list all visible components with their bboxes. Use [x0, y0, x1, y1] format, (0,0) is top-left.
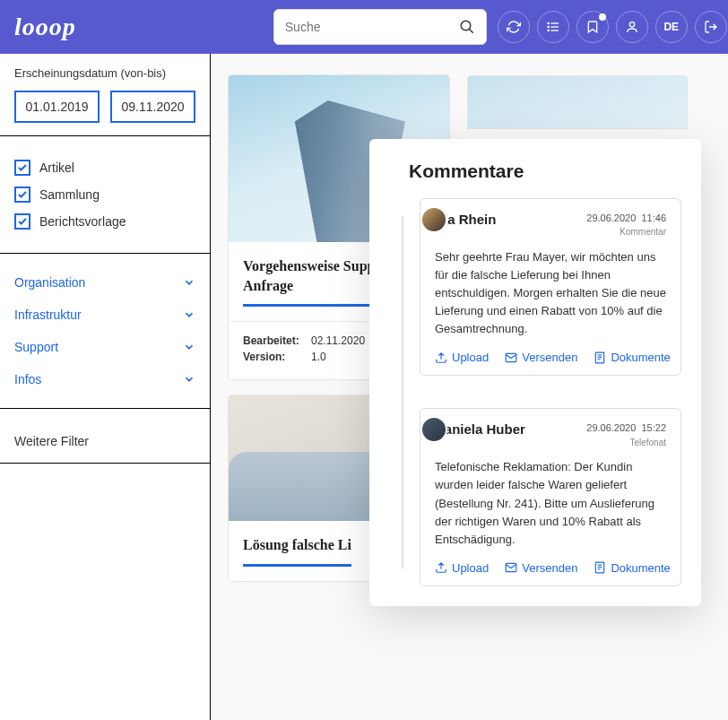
mail-icon	[505, 351, 517, 364]
bookmark-button[interactable]	[576, 11, 609, 43]
upload-action[interactable]: Upload	[435, 561, 489, 575]
app-logo: looop	[14, 13, 76, 41]
date-filter-label: Erscheinungsdatum (von-bis)	[14, 66, 195, 80]
comment-body: Telefonische Reklamation: Der Kundin wur…	[435, 458, 666, 549]
chevron-down-icon	[183, 308, 195, 321]
refresh-button[interactable]	[498, 11, 530, 43]
upload-icon	[435, 351, 447, 364]
checkbox-sammlung[interactable]: Sammlung	[14, 187, 195, 203]
meta-version-value: 1.0	[311, 351, 326, 363]
svg-point-5	[548, 22, 549, 23]
more-filters-button[interactable]: Weitere Filter	[14, 421, 195, 450]
sidebar-spacer	[0, 463, 210, 720]
send-action[interactable]: Versenden	[505, 351, 577, 364]
meta-edited-value: 02.11.2020	[311, 334, 365, 347]
comment-actions: Upload Versenden Dokumente	[435, 351, 666, 364]
comment-item: Pia Rhein 29.06.2020 11:46 Kommentar Seh…	[420, 198, 681, 376]
comment-body: Sehr geehrte Frau Mayer, wir möchten uns…	[435, 248, 666, 339]
type-filter-section: Artikel Sammlung Berichtsvorlage	[0, 135, 210, 253]
language-button[interactable]: DE	[655, 11, 688, 43]
document-icon	[594, 561, 606, 574]
category-infrastruktur[interactable]: Infrastruktur	[14, 299, 195, 331]
send-action[interactable]: Versenden	[505, 561, 577, 575]
category-organisation[interactable]: Organisation	[14, 266, 195, 299]
checkbox-artikel[interactable]: Artikel	[14, 160, 195, 176]
top-actions: DE	[498, 11, 727, 43]
category-section: Organisation Infrastruktur Support Infos	[0, 253, 210, 408]
checkbox-label: Artikel	[39, 160, 74, 175]
avatar	[420, 206, 447, 233]
card-title: Lösung falsche Li	[243, 535, 351, 567]
comment-actions: Upload Versenden Dokumente	[435, 561, 666, 575]
meta-version-label: Version:	[243, 351, 304, 363]
comments-title: Kommentare	[409, 160, 681, 182]
bookmark-icon	[585, 20, 600, 34]
svg-line-1	[469, 29, 473, 33]
meta-edited-label: Bearbeitet:	[243, 334, 304, 347]
documents-action[interactable]: Dokumente	[594, 351, 670, 364]
logout-icon	[704, 20, 718, 34]
article-card-partial[interactable]	[467, 75, 688, 129]
comments-panel: Kommentare Pia Rhein 29.06.2020 11:46 Ko…	[369, 139, 701, 606]
checkbox-icon	[14, 160, 30, 176]
documents-action[interactable]: Dokumente	[594, 561, 670, 575]
chevron-down-icon	[183, 276, 195, 289]
comments-timeline: Pia Rhein 29.06.2020 11:46 Kommentar Seh…	[389, 198, 681, 586]
checkbox-label: Sammlung	[39, 187, 100, 202]
search-icon	[459, 19, 475, 35]
comment-meta: 29.06.2020 15:22 Telefonat	[586, 421, 666, 449]
category-infos[interactable]: Infos	[14, 363, 195, 395]
sidebar: Erscheinungsdatum (von-bis) 01.01.2019 0…	[0, 54, 211, 720]
chevron-down-icon	[183, 373, 195, 386]
date-to-input[interactable]: 09.11.2020	[110, 91, 195, 123]
comment-author: Daniela Huber	[435, 421, 525, 437]
category-support[interactable]: Support	[14, 331, 195, 363]
upload-icon	[435, 561, 447, 574]
svg-point-0	[461, 21, 471, 30]
refresh-icon	[507, 20, 521, 34]
list-icon	[546, 20, 560, 34]
mail-icon	[505, 561, 517, 574]
checkbox-icon	[14, 187, 30, 203]
chevron-down-icon	[183, 341, 195, 353]
logout-button[interactable]	[695, 11, 727, 43]
notification-dot	[599, 13, 606, 21]
upload-action[interactable]: Upload	[435, 351, 489, 364]
svg-point-8	[629, 22, 634, 27]
checkbox-berichtsvorlage[interactable]: Berichtsvorlage	[14, 213, 195, 230]
date-from-input[interactable]: 01.01.2019	[14, 91, 100, 123]
user-icon	[625, 20, 639, 34]
checkbox-icon	[14, 213, 30, 230]
list-button[interactable]	[537, 11, 569, 43]
svg-point-7	[548, 30, 549, 30]
svg-point-6	[548, 26, 549, 27]
profile-button[interactable]	[616, 11, 648, 43]
checkbox-label: Berichtsvorlage	[39, 214, 126, 229]
date-filter-section: Erscheinungsdatum (von-bis) 01.01.2019 0…	[0, 54, 210, 135]
search-input[interactable]	[285, 20, 459, 34]
search-container	[273, 9, 487, 45]
search-box[interactable]	[273, 9, 487, 45]
top-bar: looop DE	[0, 0, 728, 54]
more-filters-section: Weitere Filter	[0, 408, 210, 463]
comment-item: Daniela Huber 29.06.2020 15:22 Telefonat…	[420, 408, 681, 586]
document-icon	[594, 351, 606, 364]
comment-meta: 29.06.2020 11:46 Kommentar	[586, 212, 666, 239]
